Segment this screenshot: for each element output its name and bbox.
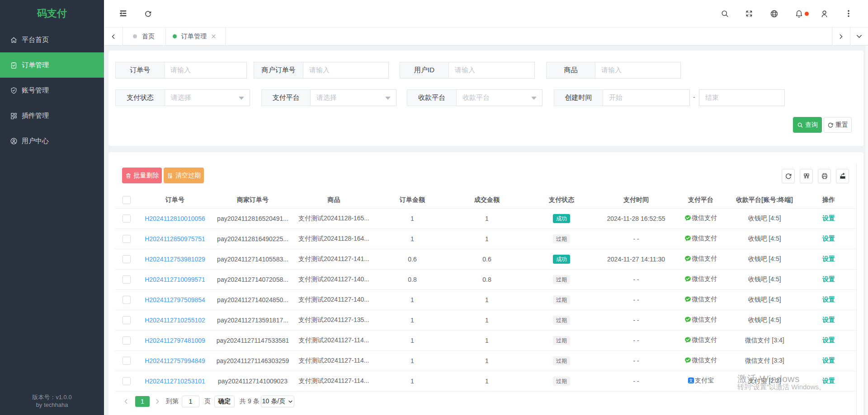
svg-text:支: 支 [689, 378, 693, 383]
